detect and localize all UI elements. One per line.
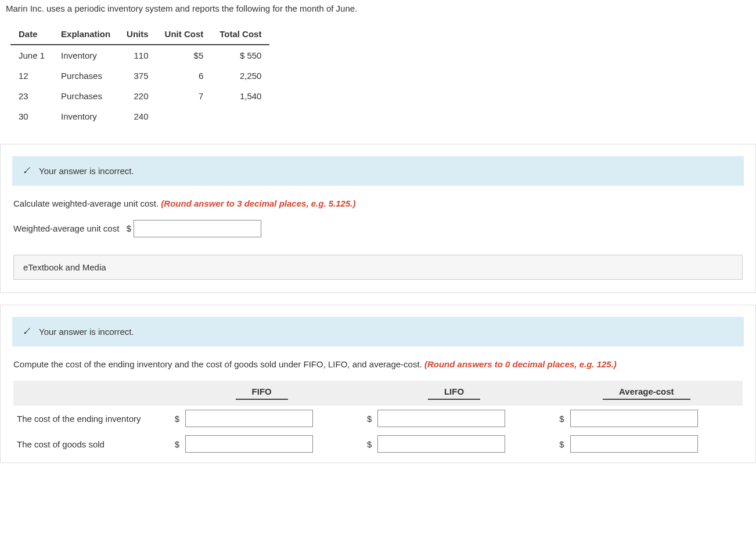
cell-unit-cost: 6 (157, 66, 212, 86)
col-units: Units (118, 24, 157, 45)
weighted-avg-input[interactable] (134, 220, 261, 237)
instruction-hint: (Round answers to 0 decimal places, e.g.… (424, 359, 617, 369)
row-ending-inventory: The cost of the ending inventory $ $ $ (13, 406, 743, 431)
alert-text: Your answer is incorrect. (39, 327, 134, 337)
row-label-cogs: The cost of goods sold (13, 431, 165, 457)
intro-text: Marin Inc. uses a periodic inventory sys… (6, 0, 750, 24)
cogs-lifo-input[interactable] (377, 435, 505, 453)
col-avg: Average-cost (550, 381, 743, 406)
instruction-text: Compute the cost of the ending inventory… (13, 359, 743, 369)
col-total-cost: Total Cost (211, 24, 269, 45)
cell-date: June 1 (10, 45, 53, 66)
cell-unit-cost: 7 (157, 86, 212, 106)
col-unit-cost: Unit Cost (157, 24, 212, 45)
answer-header-row: FIFO LIFO Average-cost (13, 381, 743, 406)
currency-symbol: $ (127, 223, 131, 233)
incorrect-alert: Your answer is incorrect. (12, 317, 744, 346)
cell-units: 220 (118, 86, 157, 106)
cell-total-cost: $ 550 (211, 45, 269, 66)
incorrect-alert: Your answer is incorrect. (12, 156, 744, 186)
table-header-row: Date Explanation Units Unit Cost Total C… (10, 24, 269, 45)
cell-unit-cost (157, 106, 212, 127)
cell-total-cost: 1,540 (211, 86, 269, 106)
instruction-plain: Calculate weighted-average unit cost. (13, 198, 161, 208)
cell-units: 110 (118, 45, 157, 66)
blank-header (13, 381, 165, 406)
cell-date: 12 (10, 66, 53, 86)
weighted-avg-input-row: Weighted-average unit cost $ (13, 220, 743, 237)
etextbook-media-button[interactable]: eTextbook and Media (13, 255, 743, 280)
currency-symbol: $ (550, 406, 567, 431)
weighted-avg-label: Weighted-average unit cost (13, 223, 119, 233)
cogs-avg-input[interactable] (570, 435, 698, 453)
question-panel-weighted-avg: Your answer is incorrect. Calculate weig… (0, 144, 756, 293)
cell-unit-cost: $5 (157, 45, 212, 66)
currency-symbol: $ (165, 431, 182, 457)
problem-statement: Marin Inc. uses a periodic inventory sys… (0, 0, 756, 144)
currency-symbol: $ (165, 406, 182, 431)
table-row: 12 Purchases 375 6 2,250 (10, 66, 269, 86)
currency-symbol: $ (358, 431, 374, 457)
dismiss-icon[interactable] (23, 326, 32, 337)
col-explanation: Explanation (53, 24, 118, 45)
cell-units: 375 (118, 66, 157, 86)
cogs-fifo-input[interactable] (185, 435, 313, 453)
etextbook-label: eTextbook and Media (23, 262, 106, 272)
cell-explanation: Inventory (53, 106, 118, 127)
table-row: June 1 Inventory 110 $5 $ 550 (10, 45, 269, 66)
cell-date: 23 (10, 86, 53, 106)
currency-symbol: $ (550, 431, 567, 457)
col-date: Date (10, 24, 53, 45)
row-cogs: The cost of goods sold $ $ $ (13, 431, 743, 457)
ending-inv-lifo-input[interactable] (377, 410, 505, 427)
instruction-text: Calculate weighted-average unit cost. (R… (13, 198, 743, 208)
cell-date: 30 (10, 106, 53, 127)
cell-explanation: Inventory (53, 45, 118, 66)
ending-inv-avg-input[interactable] (570, 410, 698, 427)
alert-text: Your answer is incorrect. (39, 166, 134, 176)
cell-units: 240 (118, 106, 157, 127)
inventory-data-table: Date Explanation Units Unit Cost Total C… (10, 24, 269, 127)
table-row: 23 Purchases 220 7 1,540 (10, 86, 269, 106)
answer-table: FIFO LIFO Average-cost The cost of the e… (13, 381, 743, 457)
instruction-hint: (Round answer to 3 decimal places, e.g. … (161, 198, 355, 208)
table-row: 30 Inventory 240 (10, 106, 269, 127)
ending-inv-fifo-input[interactable] (185, 410, 313, 427)
question-panel-fifo-lifo: Your answer is incorrect. Compute the co… (0, 305, 756, 463)
currency-symbol: $ (358, 406, 374, 431)
row-label-ending-inv: The cost of the ending inventory (13, 406, 165, 431)
dismiss-icon[interactable] (23, 165, 32, 176)
cell-total-cost (211, 106, 269, 127)
cell-explanation: Purchases (53, 86, 118, 106)
col-fifo: FIFO (165, 381, 358, 406)
col-lifo: LIFO (358, 381, 550, 406)
cell-explanation: Purchases (53, 66, 118, 86)
cell-total-cost: 2,250 (211, 66, 269, 86)
instruction-plain: Compute the cost of the ending inventory… (13, 359, 424, 369)
